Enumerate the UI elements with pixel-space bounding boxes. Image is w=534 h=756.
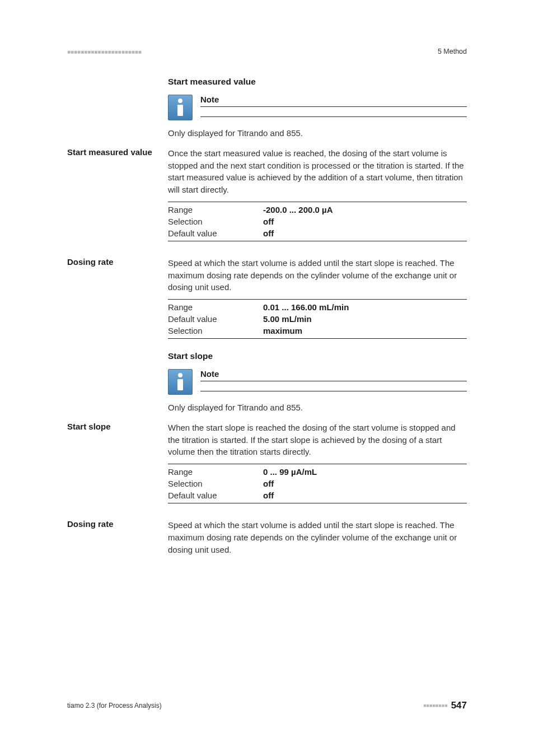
spec-key: Range [168, 204, 263, 216]
spec-key: Range [168, 466, 263, 478]
note-text: Only displayed for Titrando and 855. [168, 127, 467, 139]
page-footer: tiamo 2.3 (for Process Analysis) ■■■■■■■… [67, 700, 467, 711]
param-label: Dosing rate [67, 257, 168, 267]
table-row: Range 0 ... 99 µA/mL [168, 464, 467, 478]
page-number: 547 [451, 700, 467, 711]
spec-key: Selection [168, 478, 263, 489]
subsection-heading: Start slope [168, 351, 467, 361]
note-title: Note [200, 95, 467, 107]
spec-table: Range 0.01 ... 166.00 mL/min Default val… [168, 299, 467, 339]
row-param-ss: Start slope When the start slope is reac… [67, 422, 467, 516]
param-label: Dosing rate [67, 519, 168, 529]
param-desc: Speed at which the start volume is added… [168, 257, 467, 293]
header-section: 5 Method [438, 48, 467, 55]
note-box: Note Only displayed for Titrando and 855… [168, 369, 467, 414]
param-label: Start measured value [67, 147, 168, 157]
page: ■■■■■■■■■■■■■■■■■■■■■■ 5 Method Start me… [0, 0, 534, 756]
table-row: Default value off [168, 227, 467, 241]
footer-product: tiamo 2.3 (for Process Analysis) [67, 702, 162, 710]
header-ticks: ■■■■■■■■■■■■■■■■■■■■■■ [67, 49, 142, 55]
spec-val: 0 ... 99 µA/mL [263, 466, 317, 478]
row-heading-ss: Start slope Note Only displayed for Titr… [67, 351, 467, 418]
spec-key: Selection [168, 325, 263, 337]
param-desc: Once the start measured value is reached… [168, 147, 467, 196]
info-icon [168, 369, 193, 395]
spec-val: off [263, 216, 274, 227]
spec-val: 0.01 ... 166.00 mL/min [263, 301, 349, 313]
spec-val: maximum [263, 325, 302, 337]
spec-val: off [263, 478, 274, 489]
param-label: Start slope [67, 422, 168, 431]
param-desc: Speed at which the start volume is added… [168, 519, 467, 556]
table-row: Selection off [168, 216, 467, 227]
param-desc: When the start slope is reached the dosi… [168, 422, 467, 458]
table-row: Selection off [168, 478, 467, 489]
spec-key: Default value [168, 489, 263, 501]
row-param-dosing1: Dosing rate Speed at which the start vol… [67, 257, 467, 351]
spec-key: Default value [168, 227, 263, 239]
row-heading-smv: Start measured value Note Only displayed… [67, 77, 467, 144]
info-icon [168, 95, 193, 120]
table-row: Range 0.01 ... 166.00 mL/min [168, 300, 467, 313]
note-text: Only displayed for Titrando and 855. [168, 402, 467, 414]
spec-key: Range [168, 301, 263, 313]
spec-val: off [263, 227, 274, 239]
page-header: ■■■■■■■■■■■■■■■■■■■■■■ 5 Method [67, 48, 467, 55]
note-box: Note Only displayed for Titrando and 855… [168, 95, 467, 139]
footer-ticks: ■■■■■■■■ [423, 703, 448, 708]
spec-val: off [263, 489, 274, 501]
spec-val: -200.0 ... 200.0 µA [263, 204, 333, 216]
spec-table: Range 0 ... 99 µA/mL Selection off Defau… [168, 464, 467, 503]
spec-key: Selection [168, 216, 263, 227]
spec-key: Default value [168, 313, 263, 325]
spec-val: 5.00 mL/min [263, 313, 312, 325]
table-row: Range -200.0 ... 200.0 µA [168, 202, 467, 216]
row-param-smv: Start measured value Once the start meas… [67, 147, 467, 254]
spec-table: Range -200.0 ... 200.0 µA Selection off … [168, 202, 467, 241]
table-row: Default value 5.00 mL/min [168, 313, 467, 325]
subsection-heading: Start measured value [168, 77, 467, 87]
row-param-dosing2: Dosing rate Speed at which the start vol… [67, 519, 467, 561]
table-row: Selection maximum [168, 325, 467, 338]
table-row: Default value off [168, 489, 467, 503]
note-title: Note [200, 369, 467, 381]
